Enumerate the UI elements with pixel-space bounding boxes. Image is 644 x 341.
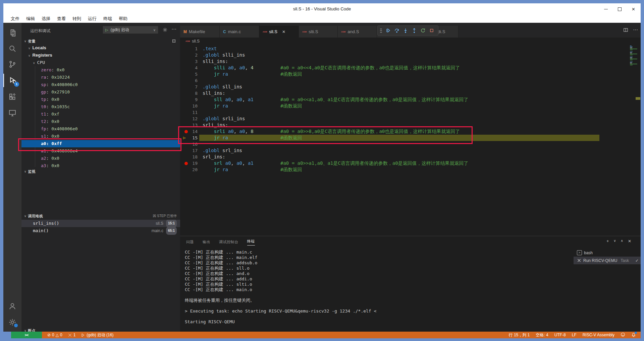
register-t1[interactable]: t1: 0xf — [21, 111, 180, 118]
restart-icon[interactable] — [419, 27, 427, 34]
more-actions-icon[interactable]: ⋯ — [171, 26, 176, 32]
minimize-icon[interactable] — [604, 9, 608, 9]
cursor-position[interactable]: 行 15，列 1 — [509, 332, 530, 338]
register-t0[interactable]: t0: 0x1035c — [21, 103, 180, 111]
code-line-4[interactable]: 4 slli a0, a0, 4#a0 = a0<<4,a0是C语言调用者传递的… — [180, 65, 641, 71]
problems-status[interactable]: ⊘ 0 △ 0 — [47, 333, 62, 337]
variables-section-header[interactable]: ∨ 变量 — [21, 38, 180, 45]
code-line-20[interactable]: 20 jr ra#函数返回 — [180, 166, 641, 173]
notifications-bell-icon[interactable] — [631, 333, 636, 337]
breakpoints-section-header[interactable]: ∨ 断点 — [21, 327, 180, 332]
code-line-11[interactable]: 11 — [180, 109, 641, 116]
register-t2[interactable]: t2: 0x0 — [21, 118, 180, 125]
close-panel-icon[interactable]: ✕ — [628, 239, 631, 244]
maximize-icon[interactable] — [618, 7, 622, 11]
continue-icon[interactable] — [384, 27, 392, 34]
terminal-output[interactable]: CC -[M] 正在构建 ... main.cCC -[M] 正在构建 ... … — [185, 250, 570, 330]
register-zero[interactable]: zero: 0x0 — [21, 66, 180, 74]
indentation[interactable]: 空格: 4 — [536, 332, 548, 338]
scope-locals[interactable]: ∨Locals — [21, 44, 180, 52]
code-line-1[interactable]: 1.text — [180, 46, 641, 52]
call-stack-section-header[interactable]: ∨ 调用堆栈 因 STEP 已暂停 — [21, 212, 180, 220]
register-a0[interactable]: a0: 0xff — [21, 140, 180, 147]
code-line-14[interactable]: 14 srli a0, a0, 8#a0 = a0>>8,a0是C语言调用者传递… — [180, 128, 641, 135]
register-a2[interactable]: a2: 0x0 — [21, 155, 180, 162]
terminal-picker-chevron-icon[interactable]: ∨ — [613, 239, 616, 244]
menu-item[interactable]: 查看 — [54, 16, 69, 22]
remote-indicator[interactable]: >< — [11, 332, 42, 338]
language-mode[interactable]: RISC-V Assembly — [583, 333, 614, 337]
breakpoint-dot[interactable] — [184, 162, 188, 165]
code-line-12[interactable]: 12.globl srli_ins — [180, 116, 641, 122]
menu-item[interactable]: 文件 — [7, 16, 23, 22]
code-line-7[interactable]: 7.globl sll_ins — [180, 84, 641, 90]
terminal-item-task[interactable]: Run RISCV-QEMU Task ✓ — [574, 257, 641, 264]
code-line-17[interactable]: 17.globl srl_ins — [180, 147, 641, 154]
close-icon[interactable]: ✕ — [632, 7, 635, 11]
collapse-all-icon[interactable] — [171, 39, 176, 44]
menu-item[interactable]: 转到 — [69, 16, 85, 22]
remote-explorer-icon[interactable] — [3, 106, 21, 120]
step-out-icon[interactable] — [411, 27, 418, 34]
register-group-cpu[interactable]: ∨CPU — [21, 59, 180, 66]
launch-config-dropdown[interactable]: ▷ (gdb) 启动 ∨ — [103, 26, 158, 34]
line-number: 20 — [189, 166, 198, 173]
code-line-5[interactable]: 5 jr ra#函数返回 — [180, 71, 641, 77]
step-into-icon[interactable] — [402, 27, 409, 34]
breakpoint-dot[interactable] — [184, 130, 188, 133]
stack-frame-main[interactable]: main() main.c 65:1 — [21, 227, 180, 234]
new-terminal-icon[interactable]: + — [606, 239, 609, 244]
menu-item[interactable]: 编辑 — [23, 16, 38, 22]
code-line-9[interactable]: 9 sll a0, a0, a1#a0 = a0<<a1,a0、a1是C语言调用… — [180, 96, 641, 103]
feedback-icon[interactable] — [621, 332, 625, 338]
code-line-19[interactable]: 19 srl a0, a0, a1#a0 = a0>>a1,a0、a1是C语言调… — [180, 160, 641, 166]
source-control-icon[interactable] — [3, 58, 21, 71]
panel-tab-item[interactable]: 输出 — [203, 240, 210, 245]
debug-gear-icon[interactable] — [162, 27, 168, 34]
toolbar-drag-handle[interactable] — [380, 28, 382, 33]
register-a1[interactable]: a1: 0x408006e4 — [21, 147, 180, 155]
menu-item[interactable]: 帮助 — [115, 16, 131, 22]
debug-session-status[interactable]: (gdb) 启动 (16) — [81, 332, 113, 338]
search-icon[interactable] — [3, 42, 21, 55]
stop-icon[interactable] — [428, 27, 435, 34]
extensions-icon[interactable] — [3, 90, 21, 104]
code-line-2[interactable]: 2.globl slli_ins — [180, 52, 641, 58]
panel-tab-item[interactable]: 调试控制台 — [219, 240, 238, 245]
register-sp[interactable]: sp: 0x408006c0 — [21, 81, 180, 88]
terminal-item-bash[interactable]: > bash — [574, 249, 641, 257]
register-tp[interactable]: tp: 0x0 — [21, 96, 180, 103]
encoding[interactable]: UTF-8 — [554, 333, 566, 337]
menu-item[interactable]: 终端 — [100, 16, 115, 22]
maximize-panel-icon[interactable]: ∧ — [621, 239, 623, 244]
start-debug-icon[interactable]: ▷ — [105, 28, 108, 32]
code-line-10[interactable]: 10 jr ra#函数返回 — [180, 103, 641, 109]
panel-tab-item[interactable]: 问题 — [186, 240, 194, 245]
register-fp[interactable]: fp: 0x408006e0 — [21, 125, 180, 133]
running-tasks-status[interactable]: 1 — [68, 333, 76, 337]
menu-item[interactable]: 运行 — [85, 16, 100, 22]
account-icon[interactable] — [3, 299, 21, 313]
menu-item[interactable]: 选择 — [38, 16, 54, 22]
code-line-18[interactable]: 18srl_ins: — [180, 154, 641, 160]
register-ra[interactable]: ra: 0x10224 — [21, 74, 180, 81]
watch-section-header[interactable]: ∨ 监视 — [21, 168, 180, 175]
eol-sequence[interactable]: LF — [572, 333, 577, 337]
settings-gear-icon[interactable] — [3, 316, 21, 329]
step-over-icon[interactable] — [393, 27, 400, 34]
register-s1[interactable]: s1: 0x0 — [21, 133, 180, 140]
explorer-icon[interactable] — [3, 26, 21, 40]
code-line-3[interactable]: 3slli_ins: — [180, 58, 641, 65]
register-gp[interactable]: gp: 0x27910 — [21, 88, 180, 96]
panel-tab-terminal-active[interactable]: 终端 — [247, 239, 255, 246]
scope-registers[interactable]: ∨Registers — [21, 52, 180, 59]
minimap[interactable] — [630, 46, 641, 66]
title-bar[interactable]: sll.S - 16 - Visual Studio Code ✕ — [3, 3, 641, 15]
code-line-8[interactable]: 8sll_ins: — [180, 90, 641, 96]
code-line-16[interactable]: 16 — [180, 141, 641, 147]
stack-frame-srli-ins[interactable]: srli_ins() sll.S 15:1 — [21, 220, 180, 227]
code-line-6[interactable]: 6 — [180, 77, 641, 84]
code-line-13[interactable]: 13srli_ins: — [180, 122, 641, 128]
code-line-15[interactable]: ▷15 jr ra#函数返回 — [180, 135, 641, 141]
run-debug-icon[interactable]: 1 — [3, 74, 21, 87]
